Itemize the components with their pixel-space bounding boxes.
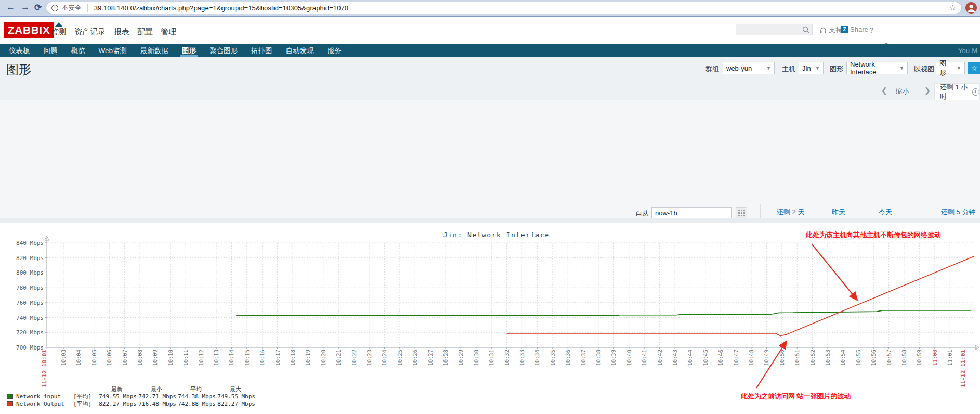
- svg-text:760 Mbps: 760 Mbps: [16, 300, 44, 306]
- svg-text:11-12 11:01: 11-12 11:01: [960, 350, 966, 387]
- topnav-monitoring[interactable]: 监测: [50, 27, 66, 37]
- svg-text:10:48: 10:48: [748, 350, 754, 366]
- subnav-item-自动发现[interactable]: 自动发现: [279, 44, 321, 57]
- zoom-out-button[interactable]: 缩小: [896, 87, 909, 96]
- subnav-item-聚合图形[interactable]: 聚合图形: [203, 44, 244, 57]
- chart-title: Jin: Network Interface: [443, 231, 550, 239]
- time-range-tab[interactable]: 还剩 1 小时: [934, 83, 980, 100]
- topnav-administration[interactable]: 管理: [161, 27, 176, 37]
- time-forward-icon[interactable]: ❯: [924, 86, 931, 95]
- search-input[interactable]: [736, 24, 813, 35]
- svg-text:10:38: 10:38: [595, 350, 602, 366]
- svg-text:10:44: 10:44: [687, 350, 693, 366]
- topnav-reports[interactable]: 报表: [114, 27, 129, 37]
- subnav-item-拓扑图[interactable]: 拓扑图: [244, 44, 279, 57]
- chart-legend: 最新 最小 平均 最大 Network input[平均]749.55 Mbps…: [7, 385, 255, 407]
- from-label: 自从: [618, 209, 649, 218]
- svg-text:11-12 10:01: 11-12 10:01: [41, 350, 48, 387]
- svg-text:740 Mbps: 740 Mbps: [16, 315, 44, 321]
- svg-text:10:10: 10:10: [167, 350, 174, 366]
- zabbix-logo[interactable]: ZABBIX: [4, 22, 54, 38]
- url-separator: |: [87, 3, 89, 12]
- svg-text:10:28: 10:28: [442, 350, 449, 366]
- svg-text:10:42: 10:42: [657, 350, 663, 366]
- page-info-icon[interactable]: i: [51, 5, 58, 11]
- support-link[interactable]: 支持: [820, 25, 842, 35]
- from-calendar-icon[interactable]: [736, 207, 747, 218]
- svg-text:10:58: 10:58: [901, 350, 907, 366]
- chevron-down-icon: ▼: [899, 66, 904, 71]
- help-link[interactable]: ?: [869, 25, 873, 34]
- host-filter-select[interactable]: Jin▼: [799, 62, 824, 74]
- subnav-item-最新数据[interactable]: 最新数据: [134, 44, 175, 57]
- search-icon: [802, 26, 810, 34]
- subnav-item-服务[interactable]: 服务: [321, 44, 348, 57]
- subnav-item-仪表板[interactable]: 仪表板: [2, 44, 37, 57]
- svg-text:11:01: 11:01: [947, 350, 953, 366]
- legend-swatch: [7, 394, 13, 399]
- topnav-inventory[interactable]: 资产记录: [74, 27, 106, 37]
- subnav-item-概览[interactable]: 概览: [64, 44, 92, 57]
- svg-text:11:00: 11:00: [932, 350, 938, 366]
- svg-text:780 Mbps: 780 Mbps: [16, 284, 44, 291]
- svg-text:10:51: 10:51: [794, 350, 800, 366]
- view-as-label: 以视图: [914, 64, 934, 74]
- svg-text:10:56: 10:56: [870, 350, 877, 366]
- svg-text:10:45: 10:45: [702, 350, 709, 366]
- active-nav-caret: [55, 22, 62, 27]
- headset-icon: [820, 27, 827, 34]
- zabbix-header: ZABBIX 监测 资产记录 报表 配置 管理 支持 Z Share ?: [0, 17, 980, 44]
- svg-text:10:18: 10:18: [290, 350, 296, 366]
- svg-text:10:54: 10:54: [840, 350, 846, 366]
- svg-text:10:47: 10:47: [733, 350, 739, 366]
- share-link[interactable]: Z Share: [841, 25, 868, 33]
- legend-row-Network input: Network input[平均]749.55 Mbps742.71 Mbps7…: [7, 393, 255, 400]
- svg-text:10:57: 10:57: [886, 350, 892, 366]
- browser-back-icon[interactable]: ←: [6, 2, 15, 12]
- time-back-icon[interactable]: ❮: [881, 86, 887, 95]
- group-filter-label: 群组: [705, 64, 719, 74]
- svg-text:10:24: 10:24: [381, 350, 387, 366]
- svg-text:10:25: 10:25: [397, 350, 403, 366]
- svg-text:10:27: 10:27: [427, 350, 434, 366]
- bookmark-star-icon[interactable]: ☆: [949, 3, 956, 12]
- favorite-button[interactable]: ☆: [968, 62, 980, 74]
- group-filter-select[interactable]: web-yun▼: [723, 62, 775, 74]
- svg-text:10:32: 10:32: [504, 350, 510, 366]
- subnav-item-图形[interactable]: 图形: [175, 44, 203, 57]
- share-badge: Z: [841, 26, 848, 33]
- svg-text:10:04: 10:04: [75, 350, 82, 366]
- chart-series-lines: [236, 256, 974, 335]
- svg-text:10:34: 10:34: [534, 350, 540, 366]
- panel-gap: [0, 218, 980, 223]
- browser-profile-icon[interactable]: [965, 2, 977, 14]
- clock-icon: [972, 88, 979, 96]
- svg-text:10:53: 10:53: [825, 350, 831, 366]
- svg-text:10:07: 10:07: [122, 350, 128, 366]
- address-bar[interactable]: i 不安全 | 39.108.140.0/zabbix/charts.php?p…: [46, 2, 962, 14]
- url-text: 39.108.140.0/zabbix/charts.php?page=1&gr…: [94, 4, 349, 12]
- svg-text:10:46: 10:46: [717, 350, 724, 366]
- browser-reload-icon[interactable]: ⟳: [34, 2, 42, 13]
- svg-text:800 Mbps: 800 Mbps: [16, 269, 44, 276]
- svg-text:10:12: 10:12: [198, 350, 204, 366]
- svg-text:10:33: 10:33: [519, 350, 525, 366]
- svg-text:10:05: 10:05: [91, 350, 97, 366]
- from-input[interactable]: [651, 207, 732, 218]
- browser-forward-icon[interactable]: →: [21, 2, 30, 12]
- svg-text:10:23: 10:23: [366, 350, 372, 366]
- svg-text:10:40: 10:40: [626, 350, 632, 366]
- graph-filter-select[interactable]: Network Interface▼: [846, 62, 908, 74]
- svg-text:700 Mbps: 700 Mbps: [16, 344, 44, 351]
- subnav-item-问题[interactable]: 问题: [37, 44, 64, 57]
- topnav-configuration[interactable]: 配置: [137, 27, 153, 37]
- svg-text:10:14: 10:14: [228, 350, 234, 366]
- svg-text:10:59: 10:59: [916, 350, 922, 366]
- view-as-select[interactable]: 图形▼: [936, 62, 965, 74]
- svg-text:10:09: 10:09: [152, 350, 158, 366]
- legend-swatch: [7, 401, 13, 406]
- chevron-down-icon: ▼: [815, 66, 820, 71]
- svg-text:10:08: 10:08: [137, 350, 143, 366]
- subnav-item-Web监测[interactable]: Web监测: [92, 44, 134, 57]
- svg-text:10:13: 10:13: [213, 350, 219, 366]
